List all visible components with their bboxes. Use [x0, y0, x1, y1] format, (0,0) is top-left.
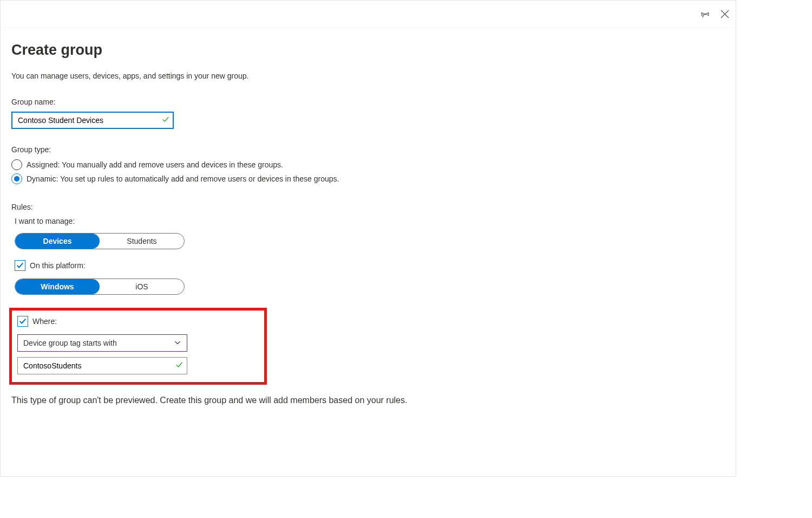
segment-devices[interactable]: Devices: [15, 234, 100, 249]
radio-assigned[interactable]: Assigned: You manually add and remove us…: [11, 159, 725, 170]
platform-checkbox-label: On this platform:: [30, 261, 86, 270]
where-checkbox-row: Where:: [17, 316, 261, 327]
pin-icon[interactable]: [700, 9, 711, 20]
where-highlight: Where: Device group tag starts with: [9, 308, 267, 385]
radio-circle: [11, 159, 22, 170]
group-name-input[interactable]: [11, 112, 174, 129]
group-type-label: Group type:: [11, 145, 725, 154]
where-value-wrap: [17, 357, 187, 374]
close-icon[interactable]: [719, 9, 730, 20]
svg-line-0: [702, 15, 704, 17]
check-icon: [175, 361, 183, 371]
platform-checkbox[interactable]: [15, 260, 25, 271]
where-checkbox-label: Where:: [32, 317, 57, 326]
group-name-input-wrap: [11, 112, 174, 129]
manage-label: I want to manage:: [15, 217, 725, 225]
page-title: Create group: [11, 42, 725, 59]
footer-message: This type of group can't be previewed. C…: [11, 396, 725, 405]
platform-segment: Windows iOS: [15, 279, 185, 295]
radio-dynamic[interactable]: Dynamic: You set up rules to automatical…: [11, 173, 725, 184]
where-condition-dropdown[interactable]: Device group tag starts with: [17, 334, 187, 352]
check-icon: [162, 116, 169, 125]
where-checkbox[interactable]: [17, 316, 28, 327]
rules-section: I want to manage: Devices Students On th…: [11, 217, 725, 385]
group-type-radio-group: Assigned: You manually add and remove us…: [11, 159, 725, 184]
manage-segment: Devices Students: [15, 233, 185, 249]
segment-students[interactable]: Students: [100, 234, 184, 249]
segment-windows[interactable]: Windows: [15, 279, 100, 294]
group-name-label: Group name:: [11, 98, 725, 106]
rules-label: Rules:: [11, 203, 725, 211]
panel-header: [1, 1, 736, 28]
where-value-input[interactable]: [17, 357, 187, 374]
chevron-down-icon: [174, 339, 181, 348]
radio-circle: [11, 173, 22, 184]
radio-dynamic-label: Dynamic: You set up rules to automatical…: [27, 174, 339, 183]
create-group-panel: Create group You can manage users, devic…: [0, 0, 736, 477]
radio-assigned-label: Assigned: You manually add and remove us…: [27, 160, 283, 169]
platform-checkbox-row: On this platform:: [15, 260, 725, 271]
radio-dot: [14, 176, 19, 182]
where-condition-text: Device group tag starts with: [23, 339, 117, 347]
panel-content: Create group You can manage users, devic…: [1, 28, 736, 416]
segment-ios[interactable]: iOS: [100, 279, 184, 294]
page-subtitle: You can manage users, devices, apps, and…: [11, 72, 725, 80]
